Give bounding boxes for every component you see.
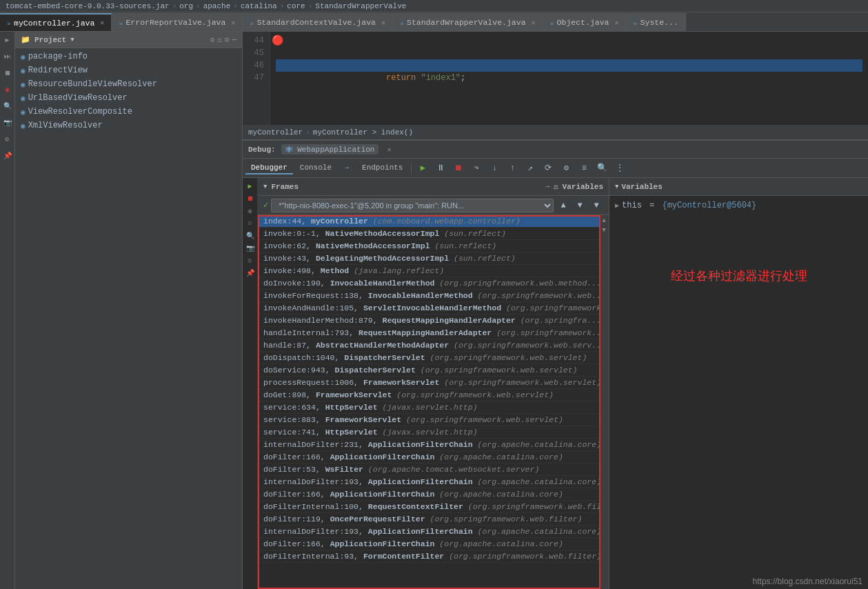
frame-item-10[interactable]: handle:87, AbstractHandlerMethodAdapter … xyxy=(258,339,599,352)
pin-icon[interactable]: 📌 xyxy=(2,150,13,161)
gutter-icon4[interactable]: ≡ xyxy=(245,218,256,229)
tab-errorreportvalve[interactable]: ☕ ErrorReportValve.java ✕ xyxy=(112,13,243,31)
frame-item-19[interactable]: doFilter:166, ApplicationFilterChain (or… xyxy=(258,451,599,463)
close-debug-tab[interactable]: ✕ xyxy=(387,146,391,154)
frame-item-9[interactable]: handleInternal:793, RequestMappingHandle… xyxy=(258,327,599,339)
stop-btn[interactable]: ⏹ xyxy=(450,161,467,176)
scroll-down-icon[interactable]: ▼ xyxy=(600,226,608,234)
tab-object[interactable]: ☕ Object.java ✕ xyxy=(543,13,627,31)
frame-item-2[interactable]: invoke:62, NativeMethodAccessorImpl (sun… xyxy=(258,240,599,252)
gutter-icon5[interactable]: 🔍 xyxy=(245,230,256,241)
frame-item-1[interactable]: invoke:0:-1, NativeMethodAccessorImpl (s… xyxy=(258,228,599,240)
tree-item-package-info[interactable]: ◉ package-info xyxy=(15,50,242,63)
project-icon1[interactable]: ⚙ xyxy=(210,35,215,44)
frames-to-vars[interactable]: → xyxy=(545,183,549,190)
endpoints-tab[interactable]: Endpoints xyxy=(356,162,408,174)
gutter-icon7[interactable]: ⚙ xyxy=(245,255,256,266)
frame-item-7[interactable]: invokeAndHandle:105, ServletInvocableHan… xyxy=(258,302,599,315)
frame-item-0[interactable]: index:44, myController (com.eoboard.weba… xyxy=(258,215,599,228)
gutter-icon1[interactable]: ▶ xyxy=(245,181,256,192)
frame-item-27[interactable]: doFilterInternal:93, FormContentFilter (… xyxy=(258,550,599,563)
gutter-icon3[interactable]: ◉ xyxy=(245,206,256,217)
settings-btn[interactable]: ⚙ xyxy=(558,161,574,176)
frame-item-18[interactable]: internalDoFilter:231, ApplicationFilterC… xyxy=(258,439,599,451)
breadcrumb-apache[interactable]: apache xyxy=(203,2,231,10)
tab-standardwrappervalve[interactable]: ☕ StandardWrapperValve.java ✕ xyxy=(393,13,543,31)
close-tab-btn5[interactable]: ✕ xyxy=(615,19,619,27)
var-item-this[interactable]: ▶ this = {myController@5604} xyxy=(615,199,862,212)
frame-item-14[interactable]: doGet:898, FrameworkServlet (org.springf… xyxy=(258,389,599,401)
frame-item-25[interactable]: internalDoFilter:193, ApplicationFilterC… xyxy=(258,526,599,538)
tree-item-xmlviewresolver[interactable]: ◉ XmlViewResolver xyxy=(15,119,242,132)
step-out-btn[interactable]: ↑ xyxy=(504,161,521,176)
vars-collapse-icon[interactable]: ▼ xyxy=(615,183,618,190)
gutter-icon2[interactable]: ⏹ xyxy=(245,193,256,204)
settings-icon[interactable]: ⚙ xyxy=(2,134,13,145)
run-cursor-btn[interactable]: ↗ xyxy=(522,161,538,176)
pause-btn[interactable]: ⏸ xyxy=(432,161,449,176)
bookmark-icon[interactable]: ◉ xyxy=(2,84,13,95)
debugger-tab[interactable]: Debugger xyxy=(245,162,293,174)
frame-item-5[interactable]: doInvoke:190, InvocableHandlerMethod (or… xyxy=(258,277,599,290)
breadcrumb-catalina[interactable]: catalina xyxy=(241,2,277,10)
tree-item-redirectview[interactable]: ◉ RedirectView xyxy=(15,63,242,77)
close-tab-btn2[interactable]: ✕ xyxy=(231,19,235,27)
frame-item-16[interactable]: service:883, FrameworkServlet (org.sprin… xyxy=(258,414,599,426)
breadcrumb-jar[interactable]: tomcat-embed-core-9.0.33-sources.jar xyxy=(6,2,170,10)
frame-item-3[interactable]: invoke:43, DelegatingMethodAccessorImpl … xyxy=(258,252,599,265)
bc-mycontroller[interactable]: myController xyxy=(248,128,303,137)
tab-standardcontextvalve[interactable]: ☕ StandardContextValve.java ✕ xyxy=(243,13,393,31)
tree-item-urlbasedviewresolver[interactable]: ◉ UrlBasedViewResolver xyxy=(15,91,242,105)
thread-select[interactable]: *"http-nio-8080-exec-1"@5,200 in group "… xyxy=(271,199,554,212)
gutter-icon8[interactable]: 📌 xyxy=(245,268,256,279)
step-into-btn[interactable]: ↓ xyxy=(486,161,503,176)
tab-syste[interactable]: ☕ Syste... xyxy=(627,13,686,31)
project-icon3[interactable]: ⚙ xyxy=(225,35,230,44)
gutter-icon6[interactable]: 📷 xyxy=(245,243,256,254)
reset-btn[interactable]: ⟳ xyxy=(540,161,556,176)
frame-item-6[interactable]: invokeForRequest:138, InvocableHandlerMe… xyxy=(258,290,599,302)
camera-icon[interactable]: 📷 xyxy=(2,117,13,128)
thread-up-btn[interactable]: ▲ xyxy=(556,199,570,212)
frames-collapse-icon[interactable]: ▼ xyxy=(263,183,267,190)
list-btn[interactable]: ≡ xyxy=(576,161,592,176)
frame-item-4[interactable]: invoke:498, Method (java.lang.reflect) xyxy=(258,265,599,277)
close-tab-btn4[interactable]: ✕ xyxy=(532,19,536,27)
scroll-up-icon[interactable]: ▲ xyxy=(600,217,608,225)
step-icon[interactable]: ⏭ xyxy=(2,51,13,62)
frame-item-13[interactable]: processRequest:1006, FrameworkServlet (o… xyxy=(258,377,599,389)
breadcrumb-core[interactable]: core xyxy=(287,2,305,10)
project-icon4[interactable]: — xyxy=(232,35,236,44)
tree-item-resourcebundleviewresolver[interactable]: ◉ ResourceBundleViewResolver xyxy=(15,77,242,91)
vars-label-link[interactable]: ⚖ xyxy=(554,182,558,191)
frame-item-23[interactable]: doFilterInternal:100, RequestContextFilt… xyxy=(258,501,599,513)
frame-item-17[interactable]: service:741, HttpServlet (javax.servlet.… xyxy=(258,426,599,439)
tree-item-viewresolvercomposite[interactable]: ◉ ViewResolverComposite xyxy=(15,105,242,119)
inspect-icon[interactable]: 🔍 xyxy=(2,101,13,112)
frame-item-15[interactable]: service:634, HttpServlet (javax.servlet.… xyxy=(258,401,599,414)
frame-item-22[interactable]: doFilter:166, ApplicationFilterChain (or… xyxy=(258,488,599,501)
bc-index[interactable]: myController > index() xyxy=(313,128,413,137)
console-arrow-btn[interactable]: → xyxy=(339,161,355,176)
breadcrumb-org[interactable]: org xyxy=(179,2,193,10)
project-icon2[interactable]: ⚖ xyxy=(217,35,222,44)
extra-btn[interactable]: ⋮ xyxy=(612,161,628,176)
run-icon[interactable]: ▶ xyxy=(2,34,13,46)
stop-icon[interactable]: ⏹ xyxy=(2,68,13,79)
thread-filter-btn[interactable]: ▼ xyxy=(589,199,603,212)
frame-item-12[interactable]: doService:943, DispatcherServlet (org.sp… xyxy=(258,364,599,377)
search-btn[interactable]: 🔍 xyxy=(594,161,610,176)
tab-mycontroller[interactable]: ☕ myController.java ✕ xyxy=(0,13,112,31)
frame-item-8[interactable]: invokeHandlerMethod:879, RequestMappingH… xyxy=(258,315,599,327)
frame-item-20[interactable]: doFilter:53, WsFilter (org.apache.tomcat… xyxy=(258,463,599,476)
frame-item-24[interactable]: doFilter:119, OncePerRequestFilter (org.… xyxy=(258,513,599,526)
frame-item-11[interactable]: doDispatch:1040, DispatcherServlet (org.… xyxy=(258,352,599,364)
step-over-btn[interactable]: ↷ xyxy=(468,161,485,176)
var-arrow-icon[interactable]: ▶ xyxy=(615,201,619,210)
close-tab-btn3[interactable]: ✕ xyxy=(381,19,385,27)
frame-item-21[interactable]: internalDoFilter:193, ApplicationFilterC… xyxy=(258,476,599,488)
frame-item-26[interactable]: doFilter:166, ApplicationFilterChain (or… xyxy=(258,538,599,550)
thread-down-btn[interactable]: ▼ xyxy=(573,199,587,212)
resume-btn[interactable]: ▶ xyxy=(414,161,431,176)
close-tab-btn[interactable]: ✕ xyxy=(100,19,104,27)
